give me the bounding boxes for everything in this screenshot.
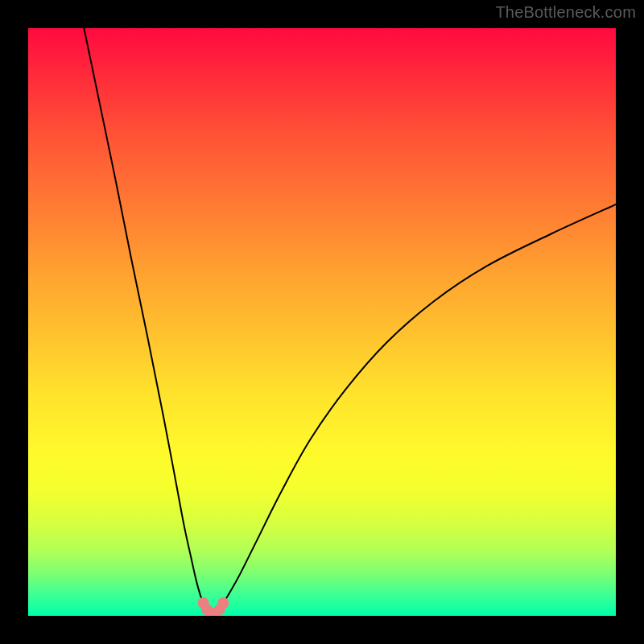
left-branch-curve bbox=[84, 28, 203, 603]
optimal-zone-dots bbox=[198, 597, 229, 616]
svg-point-6 bbox=[217, 597, 229, 609]
chart-stage: TheBottleneck.com bbox=[0, 0, 644, 644]
right-branch-curve bbox=[223, 204, 616, 603]
plot-area bbox=[28, 28, 616, 616]
watermark-text: TheBottleneck.com bbox=[495, 3, 636, 22]
curve-layer bbox=[28, 28, 616, 616]
